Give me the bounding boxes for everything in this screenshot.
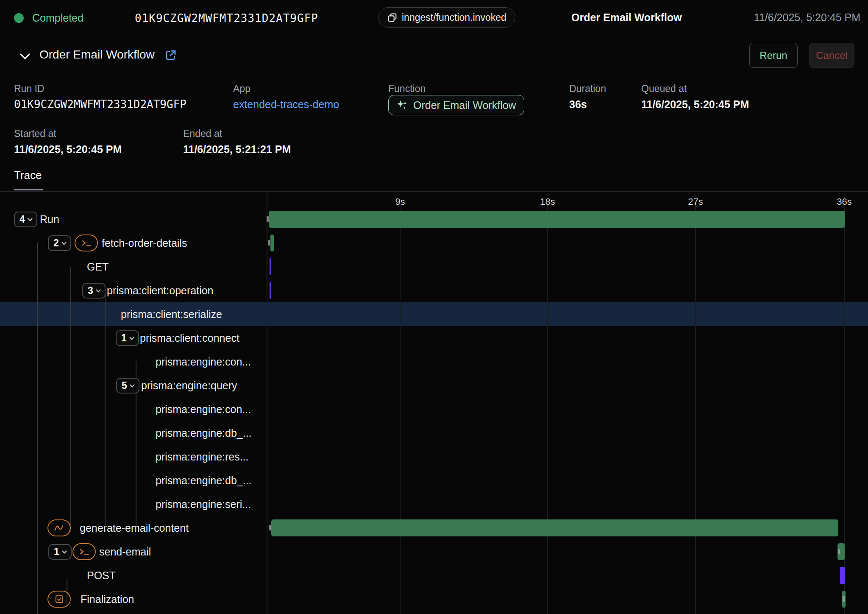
tab-trace[interactable]: Trace — [14, 169, 42, 182]
rerun-button[interactable]: Rerun — [749, 43, 798, 68]
span-label: prisma:client:connect — [140, 326, 239, 350]
axis-gridline — [695, 205, 696, 614]
tab-active-indicator — [14, 189, 43, 190]
run-id-top: 01K9CZGW2MWFMT2331D2AT9GFP — [135, 12, 318, 25]
axis-tick-label: 18s — [540, 196, 555, 207]
span-label: prisma:engine:query — [141, 374, 237, 397]
span-label: prisma:engine:con... — [156, 397, 251, 421]
collapse-badge[interactable]: 3 — [82, 283, 106, 299]
axis-tick-label: 9s — [395, 196, 405, 207]
span-bar[interactable] — [269, 211, 845, 228]
trace-row[interactable]: GET — [0, 255, 868, 279]
trace-row[interactable]: 5prisma:engine:query — [0, 374, 868, 397]
span-bar[interactable] — [271, 519, 838, 536]
trace-row[interactable]: prisma:engine:seri... — [0, 492, 868, 516]
span-label: send-email — [99, 540, 151, 564]
status-bar: Completed 01K9CZGW2MWFMT2331D2AT9GFP inn… — [0, 0, 868, 36]
chevron-down-icon[interactable] — [19, 53, 31, 62]
queued-value: 11/6/2025, 5:20:45 PM — [641, 98, 749, 111]
collapse-badge[interactable]: 1 — [48, 544, 72, 560]
span-label: prisma:engine:seri... — [156, 492, 251, 516]
function-badge[interactable]: Order Email Workflow — [388, 95, 524, 115]
span-bar[interactable] — [270, 282, 271, 299]
timestamp-top: 11/6/2025, 5:20:45 PM — [754, 11, 860, 24]
tree-guide-line — [70, 267, 71, 532]
axis-tick-label: 36s — [837, 196, 851, 207]
chevron-down-icon — [95, 289, 101, 293]
chevron-down-icon — [61, 550, 67, 554]
collapse-badge[interactable]: 5 — [116, 378, 139, 394]
trace-waterfall: 4Run2fetch-order-detailsGET3prisma:clien… — [0, 192, 868, 614]
terminal-icon — [72, 543, 96, 560]
span-label: GET — [87, 255, 108, 279]
run-id-value: 01K9CZGW2MWFMT2331D2AT9GFP — [14, 98, 186, 111]
trace-row[interactable]: 1prisma:client:connect — [0, 326, 868, 350]
trace-row[interactable]: prisma:engine:db_... — [0, 469, 868, 492]
trace-row[interactable]: prisma:engine:res... — [0, 445, 868, 469]
span-bar[interactable] — [270, 234, 274, 251]
trace-row[interactable]: 3prisma:client:operation — [0, 279, 868, 302]
stack-icon — [387, 12, 398, 23]
trace-row[interactable]: prisma:client:serialize — [0, 302, 868, 326]
ended-value: 11/6/2025, 5:21:21 PM — [183, 143, 291, 156]
app-link[interactable]: extended-traces-demo — [233, 98, 339, 111]
span-label: POST — [87, 564, 116, 587]
chevron-down-icon — [129, 384, 135, 388]
run-id-label: Run ID — [14, 83, 45, 95]
queue-tick — [269, 525, 271, 530]
duration-label: Duration — [569, 83, 606, 95]
tree-guide-line — [105, 291, 106, 532]
collapse-count: 2 — [53, 237, 59, 249]
trace-row[interactable]: 2fetch-order-details — [0, 231, 868, 255]
collapse-count: 5 — [122, 380, 127, 391]
span-label: prisma:engine:db_... — [156, 421, 252, 445]
trace-row[interactable]: 4Run — [0, 207, 868, 231]
span-bar[interactable] — [270, 258, 271, 275]
chevron-down-icon — [61, 241, 67, 246]
workflow-name-top: Order Email Workflow — [571, 11, 682, 24]
started-value: 11/6/2025, 5:20:45 PM — [14, 143, 122, 156]
trace-row[interactable]: generate-email-content — [0, 516, 868, 540]
span-label: prisma:engine:res... — [156, 445, 249, 469]
span-label: prisma:client:operation — [107, 279, 214, 302]
trace-row[interactable]: POST — [0, 564, 868, 587]
cancel-button[interactable]: Cancel — [809, 43, 854, 68]
queue-tick — [267, 216, 269, 222]
collapse-count: 1 — [121, 332, 127, 344]
span-label: generate-email-content — [80, 516, 189, 540]
span-label: prisma:client:serialize — [121, 302, 222, 326]
trace-row[interactable]: prisma:engine:con... — [0, 397, 868, 421]
axis-gridline — [400, 205, 401, 614]
trace-row[interactable]: prisma:engine:con... — [0, 350, 868, 374]
event-badge-label: inngest/function.invoked — [402, 12, 506, 23]
trace-row[interactable]: prisma:engine:db_... — [0, 421, 868, 445]
started-label: Started at — [14, 128, 56, 140]
external-link-icon[interactable] — [164, 49, 177, 63]
span-label: Run — [40, 207, 59, 231]
trace-row[interactable]: Finalization — [0, 587, 868, 611]
event-badge[interactable]: inngest/function.invoked — [378, 7, 515, 28]
collapse-count: 4 — [19, 214, 25, 225]
collapse-badge[interactable]: 4 — [14, 212, 37, 227]
ai-icon — [47, 519, 71, 536]
queue-tick — [843, 596, 845, 602]
collapse-badge[interactable]: 1 — [116, 330, 139, 346]
queue-tick — [838, 549, 840, 554]
check-icon — [47, 591, 71, 608]
span-label: prisma:engine:db_... — [156, 469, 252, 492]
ended-label: Ended at — [183, 128, 222, 140]
sparkles-icon — [396, 99, 408, 111]
collapse-badge[interactable]: 2 — [48, 235, 71, 251]
function-label: Function — [388, 83, 426, 95]
function-badge-label: Order Email Workflow — [413, 99, 516, 112]
trace-row[interactable]: 1send-email — [0, 540, 868, 564]
run-title: Order Email Workflow — [39, 48, 155, 61]
span-label: Finalization — [81, 587, 134, 611]
status-dot-icon — [14, 13, 24, 23]
queued-label: Queued at — [641, 83, 687, 95]
collapse-count: 3 — [88, 285, 93, 296]
queue-tick — [268, 240, 270, 246]
terminal-icon — [75, 234, 98, 251]
collapse-count: 1 — [54, 546, 59, 558]
span-bar[interactable] — [840, 567, 845, 584]
